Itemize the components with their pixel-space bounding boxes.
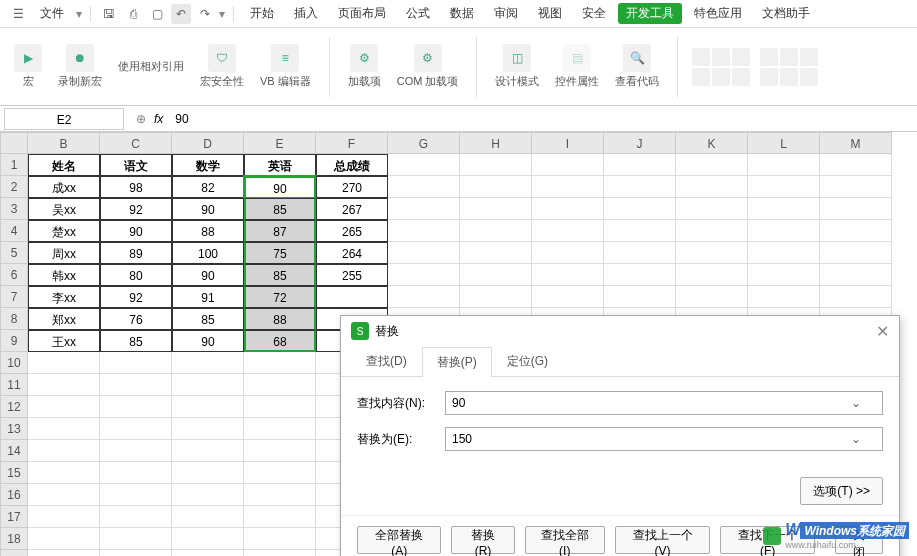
cell[interactable] — [244, 418, 316, 440]
cell[interactable] — [28, 396, 100, 418]
cell[interactable]: 90 — [100, 220, 172, 242]
cell[interactable] — [604, 264, 676, 286]
file-menu[interactable]: 文件 — [32, 2, 72, 25]
cell[interactable] — [100, 418, 172, 440]
cell[interactable] — [172, 528, 244, 550]
list-control-icon[interactable] — [712, 68, 730, 86]
save-icon[interactable]: 🖫 — [99, 4, 119, 24]
cell[interactable] — [172, 418, 244, 440]
cell[interactable] — [820, 154, 892, 176]
row-header[interactable]: 8 — [0, 308, 28, 330]
cell[interactable]: 75 — [244, 242, 316, 264]
cell[interactable] — [532, 220, 604, 242]
cell[interactable] — [748, 264, 820, 286]
cell[interactable]: 姓名 — [28, 154, 100, 176]
zoom-icon[interactable]: ⊕ — [136, 112, 146, 126]
col-header[interactable]: B — [28, 132, 100, 154]
cell[interactable] — [172, 396, 244, 418]
dialog-titlebar[interactable]: S 替换 ✕ — [341, 316, 899, 346]
cell[interactable] — [532, 242, 604, 264]
row-header[interactable]: 11 — [0, 374, 28, 396]
cell[interactable]: 王xx — [28, 330, 100, 352]
cell[interactable] — [388, 176, 460, 198]
cell[interactable]: 语文 — [100, 154, 172, 176]
print-icon[interactable]: ⎙ — [123, 4, 143, 24]
col-header[interactable]: C — [100, 132, 172, 154]
cell[interactable]: 楚xx — [28, 220, 100, 242]
cell[interactable]: 270 — [316, 176, 388, 198]
cell[interactable] — [172, 462, 244, 484]
cell[interactable] — [820, 220, 892, 242]
row-header[interactable]: 5 — [0, 242, 28, 264]
cell[interactable] — [388, 220, 460, 242]
cell[interactable] — [100, 550, 172, 556]
button-control-icon[interactable] — [732, 48, 750, 66]
cell[interactable] — [460, 176, 532, 198]
col-header[interactable]: E — [244, 132, 316, 154]
tab-security[interactable]: 安全 — [574, 2, 614, 25]
cell[interactable] — [244, 506, 316, 528]
controls-palette-2[interactable] — [760, 48, 820, 86]
formula-input[interactable]: 90 — [171, 110, 909, 128]
name-box[interactable]: E2 — [4, 108, 124, 130]
cell[interactable] — [820, 264, 892, 286]
replace-all-button[interactable]: 全部替换(A) — [357, 526, 441, 554]
cell[interactable] — [460, 198, 532, 220]
col-header[interactable]: M — [820, 132, 892, 154]
cell[interactable] — [532, 154, 604, 176]
tab-dochelper[interactable]: 文档助手 — [754, 2, 818, 25]
cell[interactable]: 267 — [316, 198, 388, 220]
undo-icon[interactable]: ↶ — [171, 4, 191, 24]
cell[interactable]: 郑xx — [28, 308, 100, 330]
cell[interactable] — [28, 462, 100, 484]
cell[interactable] — [676, 286, 748, 308]
row-header[interactable]: 9 — [0, 330, 28, 352]
cell[interactable] — [532, 198, 604, 220]
cell[interactable] — [244, 462, 316, 484]
cell[interactable]: 88 — [172, 220, 244, 242]
cell[interactable] — [244, 528, 316, 550]
cell[interactable] — [244, 374, 316, 396]
col-header[interactable]: D — [172, 132, 244, 154]
row-header[interactable]: 14 — [0, 440, 28, 462]
tab-replace[interactable]: 替换(P) — [422, 347, 492, 377]
replace-input[interactable] — [445, 427, 883, 451]
cell[interactable] — [28, 484, 100, 506]
cell[interactable] — [604, 242, 676, 264]
cell[interactable]: 265 — [316, 220, 388, 242]
cell[interactable] — [244, 550, 316, 556]
radio-control-icon[interactable] — [732, 68, 750, 86]
col-header[interactable]: J — [604, 132, 676, 154]
tab-developer[interactable]: 开发工具 — [618, 3, 682, 24]
row-header[interactable]: 19 — [0, 550, 28, 556]
col-header[interactable]: F — [316, 132, 388, 154]
tab-insert[interactable]: 插入 — [286, 2, 326, 25]
cell[interactable] — [460, 154, 532, 176]
cell[interactable]: 90 — [172, 330, 244, 352]
macro-security-button[interactable]: 🛡宏安全性 — [196, 44, 248, 89]
cell[interactable] — [28, 550, 100, 556]
cell[interactable] — [604, 198, 676, 220]
row-header[interactable]: 3 — [0, 198, 28, 220]
row-header[interactable]: 13 — [0, 418, 28, 440]
cell[interactable]: 85 — [172, 308, 244, 330]
cell[interactable] — [100, 462, 172, 484]
row-header[interactable]: 6 — [0, 264, 28, 286]
tab-view[interactable]: 视图 — [530, 2, 570, 25]
cell[interactable]: 85 — [244, 198, 316, 220]
cell[interactable] — [676, 198, 748, 220]
cell[interactable] — [820, 198, 892, 220]
cell[interactable] — [28, 528, 100, 550]
cell[interactable]: 90 — [172, 198, 244, 220]
spinner-control-icon[interactable] — [800, 48, 818, 66]
tab-start[interactable]: 开始 — [242, 2, 282, 25]
cell[interactable]: 100 — [172, 242, 244, 264]
cell[interactable] — [532, 176, 604, 198]
cell[interactable] — [28, 352, 100, 374]
cell[interactable]: 98 — [100, 176, 172, 198]
options-button[interactable]: 选项(T) >> — [800, 477, 883, 505]
tab-layout[interactable]: 页面布局 — [330, 2, 394, 25]
cell[interactable]: 91 — [172, 286, 244, 308]
cell[interactable] — [460, 264, 532, 286]
row-header[interactable]: 18 — [0, 528, 28, 550]
